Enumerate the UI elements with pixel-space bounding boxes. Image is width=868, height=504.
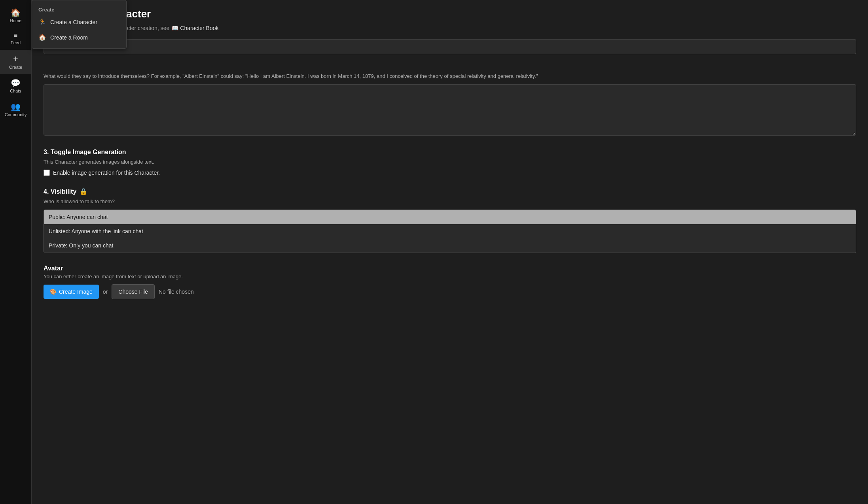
create-image-icon: 🎨 <box>50 289 57 295</box>
sidebar-item-label-community: Community <box>5 112 27 117</box>
lock-icon: 🔒 <box>80 188 87 195</box>
avatar-title: Avatar <box>44 265 856 272</box>
home-icon: 🏠 <box>11 9 21 17</box>
sidebar-item-feed[interactable]: ≡ Feed <box>0 28 31 50</box>
main-content: 🏃 Create a Character For more informatio… <box>32 0 868 504</box>
avatar-controls: 🎨 Create Image or Choose File No file ch… <box>44 284 856 299</box>
name-section <box>44 39 856 60</box>
visibility-title-text: 4. Visibility <box>44 188 76 195</box>
greeting-desc: What would they say to introduce themsel… <box>44 72 856 80</box>
sidebar-item-chats[interactable]: 💬 Chats <box>0 74 31 98</box>
choose-file-button[interactable]: Choose File <box>112 284 155 299</box>
dropdown-create-character-label: Create a Character <box>50 19 97 25</box>
create-room-dropdown-icon: 🏠 <box>38 34 46 41</box>
toggle-image-title: 3. Toggle Image Generation <box>44 149 856 156</box>
image-generation-checkbox[interactable] <box>44 170 50 176</box>
create-image-button[interactable]: 🎨 Create Image <box>44 285 99 299</box>
visibility-section: 4. Visibility 🔒 Who is allowed to talk t… <box>44 188 856 253</box>
create-dropdown: Create 🏃 Create a Character 🏠 Create a R… <box>32 0 127 49</box>
sidebar-item-label-create: Create <box>9 65 22 70</box>
chats-icon: 💬 <box>11 79 21 87</box>
visibility-desc: Who is allowed to talk to them? <box>44 198 856 206</box>
sidebar-item-home[interactable]: 🏠 Home <box>0 4 31 28</box>
character-book-icon: 📖 <box>172 25 178 31</box>
create-image-label: Create Image <box>59 289 93 295</box>
dropdown-section-label: Create <box>32 4 126 14</box>
feed-icon: ≡ <box>14 32 17 39</box>
character-book-link[interactable]: 📖 Character Book <box>172 25 218 31</box>
greeting-textarea[interactable] <box>44 84 856 136</box>
or-text: or <box>103 289 108 295</box>
visibility-select[interactable]: Public: Anyone can chat Unlisted: Anyone… <box>44 210 856 253</box>
sidebar: 🏠 Home ≡ Feed + Create 💬 Chats 👥 Communi… <box>0 0 32 504</box>
no-file-chosen-text: No file chosen <box>159 289 194 295</box>
info-line: For more information about Character cre… <box>44 25 856 31</box>
toggle-image-desc: This Character generates images alongsid… <box>44 158 856 166</box>
visibility-option-private[interactable]: Private: Only you can chat <box>44 238 856 253</box>
visibility-option-public[interactable]: Public: Anyone can chat <box>44 210 856 224</box>
greeting-section: What would they say to introduce themsel… <box>44 72 856 137</box>
page-header: 🏃 Create a Character <box>44 8 856 20</box>
sidebar-item-label-chats: Chats <box>10 89 21 93</box>
avatar-desc: You can either create an image from text… <box>44 274 856 279</box>
character-name-input[interactable] <box>44 39 856 54</box>
sidebar-item-label-home: Home <box>10 18 21 23</box>
toggle-image-row: Enable image generation for this Charact… <box>44 170 856 176</box>
sidebar-item-label-feed: Feed <box>11 40 21 45</box>
visibility-option-unlisted[interactable]: Unlisted: Anyone with the link can chat <box>44 224 856 238</box>
character-book-text: Character Book <box>180 25 218 31</box>
dropdown-create-room-label: Create a Room <box>50 34 88 41</box>
create-character-dropdown-icon: 🏃 <box>38 18 46 26</box>
sidebar-item-community[interactable]: 👥 Community <box>0 98 31 122</box>
community-icon: 👥 <box>11 103 21 111</box>
sidebar-item-create[interactable]: + Create <box>0 50 31 74</box>
dropdown-create-character[interactable]: 🏃 Create a Character <box>32 14 126 30</box>
toggle-image-label[interactable]: Enable image generation for this Charact… <box>53 170 160 176</box>
create-icon: + <box>13 55 18 63</box>
visibility-header: 4. Visibility 🔒 <box>44 188 856 195</box>
dropdown-create-room[interactable]: 🏠 Create a Room <box>32 30 126 45</box>
toggle-image-section: 3. Toggle Image Generation This Characte… <box>44 149 856 176</box>
avatar-section: Avatar You can either create an image fr… <box>44 265 856 299</box>
